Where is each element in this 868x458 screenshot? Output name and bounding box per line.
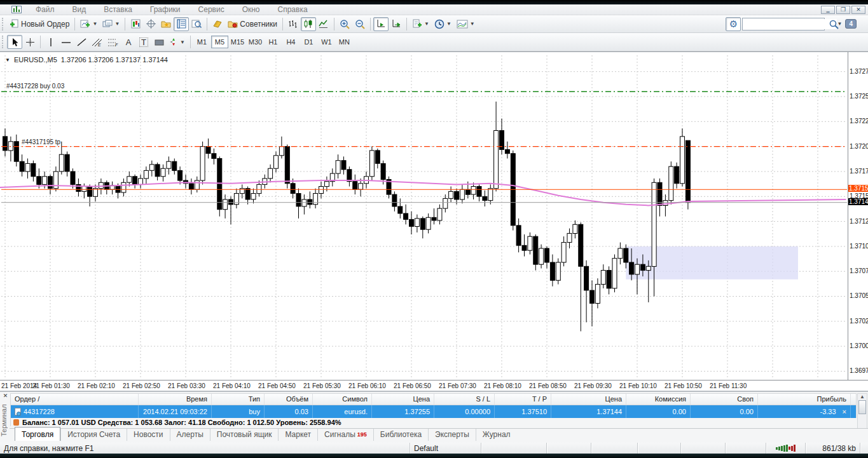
terminal-tab-Алерты[interactable]: Алерты bbox=[170, 429, 210, 441]
terminal-tab-Маркет[interactable]: Маркет bbox=[278, 429, 317, 441]
text-tool[interactable]: A bbox=[121, 35, 136, 49]
menu-item-Справка[interactable]: Справка bbox=[269, 4, 317, 15]
timeframe-M15[interactable]: M15 bbox=[229, 36, 246, 48]
fibonacci-tool[interactable]: F bbox=[105, 35, 121, 49]
favorites-button[interactable]: ★ bbox=[158, 17, 174, 31]
chart-zoom-button[interactable] bbox=[189, 17, 204, 31]
column-header-7[interactable]: T / P bbox=[495, 394, 551, 405]
vertical-line-tool[interactable] bbox=[43, 35, 59, 49]
menu-item-Графики[interactable]: Графики bbox=[141, 4, 189, 15]
expert-advisors-button[interactable]: Советники bbox=[225, 17, 280, 31]
crosshair-target-button[interactable] bbox=[143, 17, 158, 31]
order-cell-4[interactable]: eurusd. bbox=[313, 405, 372, 418]
orders-table-header[interactable]: Ордер /ВремяТипОбъёмСимволЦенаS / LT / P… bbox=[10, 393, 857, 405]
order-cell-6[interactable]: 0.00000 bbox=[434, 405, 495, 418]
column-header-0[interactable]: Ордер / bbox=[11, 394, 139, 405]
column-header-4[interactable]: Символ bbox=[313, 394, 372, 405]
toolbar-grip[interactable] bbox=[2, 36, 5, 48]
order-cell-1[interactable]: 2014.02.21 09:03:22 bbox=[139, 405, 212, 418]
terminal-tab-Новости[interactable]: Новости bbox=[127, 429, 169, 441]
new-chart-button[interactable]: ▼ bbox=[78, 17, 100, 31]
terminal-scrollbar[interactable]: ▲ bbox=[857, 393, 867, 430]
price-axis[interactable]: 1.372751.372501.372251.372001.371751.371… bbox=[848, 52, 868, 380]
open-order-row[interactable]: 443172282014.02.21 09:03:22buy0.03eurusd… bbox=[10, 405, 857, 418]
terminal-tab-Библиотека[interactable]: Библиотека bbox=[373, 429, 428, 441]
order-cell-3[interactable]: 0.03 bbox=[265, 405, 313, 418]
timeframe-H1[interactable]: H1 bbox=[265, 36, 282, 48]
menu-item-Сервис[interactable]: Сервис bbox=[189, 4, 233, 15]
order-cell-5[interactable]: 1.37255 bbox=[372, 405, 434, 418]
cursor-tool-button[interactable] bbox=[7, 35, 22, 49]
column-header-11[interactable]: Прибыль bbox=[758, 394, 851, 405]
connection-status-icon[interactable] bbox=[766, 443, 806, 454]
scrollbar-thumb[interactable] bbox=[858, 400, 866, 414]
indicators-button[interactable]: ▼ bbox=[454, 17, 478, 31]
column-header-8[interactable]: Цена bbox=[551, 394, 626, 405]
data-window-button[interactable] bbox=[174, 17, 189, 31]
trendline-tool[interactable] bbox=[74, 35, 89, 49]
terminal-tab-Сигналы[interactable]: Сигналы195 bbox=[317, 429, 373, 441]
equidistant-channel-tool[interactable]: E bbox=[89, 35, 105, 49]
text-label-tool[interactable]: T bbox=[136, 35, 151, 49]
line-chart-button[interactable] bbox=[316, 17, 331, 31]
column-header-9[interactable]: Комиссия bbox=[626, 394, 691, 405]
chart-shift-button[interactable] bbox=[389, 17, 404, 31]
zoom-in-button[interactable] bbox=[337, 17, 352, 31]
candlestick-chart-button[interactable] bbox=[301, 17, 316, 31]
timeframe-MN[interactable]: MN bbox=[336, 36, 353, 48]
menu-item-Вид[interactable]: Вид bbox=[64, 4, 95, 15]
column-header-6[interactable]: S / L bbox=[434, 394, 495, 405]
settings-button[interactable]: ⚙ bbox=[726, 17, 741, 31]
restore-button[interactable]: ❐ bbox=[836, 6, 850, 14]
terminal-tab-История Счета[interactable]: История Счета bbox=[60, 429, 127, 441]
close-order-icon[interactable]: × bbox=[843, 408, 846, 415]
terminal-tab-Эксперты[interactable]: Эксперты bbox=[428, 429, 476, 441]
search-input[interactable] bbox=[743, 19, 837, 29]
search-button[interactable] bbox=[826, 17, 841, 31]
status-profile[interactable]: Default bbox=[410, 443, 481, 454]
column-header-2[interactable]: Тип bbox=[212, 394, 265, 405]
order-cell-0[interactable]: 44317228 bbox=[11, 405, 139, 418]
terminal-tab-Почтовый ящик[interactable]: Почтовый ящик bbox=[210, 429, 279, 441]
horizontal-line-tool[interactable] bbox=[59, 35, 74, 49]
timeframe-W1[interactable]: W1 bbox=[318, 36, 335, 48]
order-cell-2[interactable]: buy bbox=[212, 405, 265, 418]
order-cell-8[interactable]: 1.37144 bbox=[551, 405, 626, 418]
history-center-button[interactable] bbox=[210, 17, 225, 31]
order-cell-10[interactable]: 0.00 bbox=[691, 405, 758, 418]
terminal-tab-Журнал[interactable]: Журнал bbox=[476, 429, 517, 441]
chart-area[interactable]: #44317228 buy 0.03#44317195 tp ▼ EURUSD.… bbox=[0, 51, 868, 391]
timeframe-D1[interactable]: D1 bbox=[300, 36, 317, 48]
notifications-button[interactable]: 4 bbox=[843, 17, 859, 31]
column-header-3[interactable]: Объём bbox=[265, 394, 313, 405]
bar-chart-button[interactable] bbox=[286, 17, 301, 31]
chart-collapse-icon[interactable]: ▼ bbox=[5, 57, 10, 63]
market-watch-button[interactable] bbox=[128, 17, 143, 31]
column-header-5[interactable]: Цена bbox=[372, 394, 434, 405]
timeframe-M30[interactable]: M30 bbox=[247, 36, 264, 48]
terminal-close-icon[interactable]: ✕ bbox=[2, 393, 9, 400]
close-button[interactable]: ✕ bbox=[851, 6, 865, 14]
shapes-tool[interactable] bbox=[151, 35, 167, 49]
terminal-tab-Торговля[interactable]: Торговля bbox=[15, 427, 60, 441]
column-header-1[interactable]: Время bbox=[139, 394, 212, 405]
auto-scroll-button[interactable] bbox=[373, 17, 389, 31]
timeframe-H4[interactable]: H4 bbox=[282, 36, 300, 48]
menu-item-Файл[interactable]: Файл bbox=[27, 4, 64, 15]
profiles-button[interactable]: ▼ bbox=[100, 17, 122, 31]
crosshair-tool-button[interactable] bbox=[22, 35, 38, 49]
order-cell-9[interactable]: 0.00 bbox=[626, 405, 691, 418]
menu-item-Окно[interactable]: Окно bbox=[233, 4, 269, 15]
arrows-tool[interactable]: ▼ bbox=[167, 35, 188, 49]
zoom-out-button[interactable] bbox=[352, 17, 368, 31]
new-order-button[interactable]: Новый Ордер bbox=[7, 17, 72, 31]
minimize-button[interactable]: ‗ bbox=[821, 6, 835, 14]
periods-button[interactable]: ▼ bbox=[432, 17, 454, 31]
order-cell-11[interactable]: -3.33× bbox=[758, 405, 851, 418]
toolbar-grip[interactable] bbox=[2, 18, 5, 30]
column-header-10[interactable]: Своп bbox=[691, 394, 758, 405]
menu-item-Вставка[interactable]: Вставка bbox=[95, 4, 141, 15]
time-axis[interactable]: 21 Feb 201421 Feb 01:3021 Feb 02:1021 Fe… bbox=[0, 380, 868, 391]
templates-button[interactable]: ▼ bbox=[410, 17, 432, 31]
candlestick-chart[interactable]: #44317228 buy 0.03#44317195 tp bbox=[0, 52, 868, 391]
